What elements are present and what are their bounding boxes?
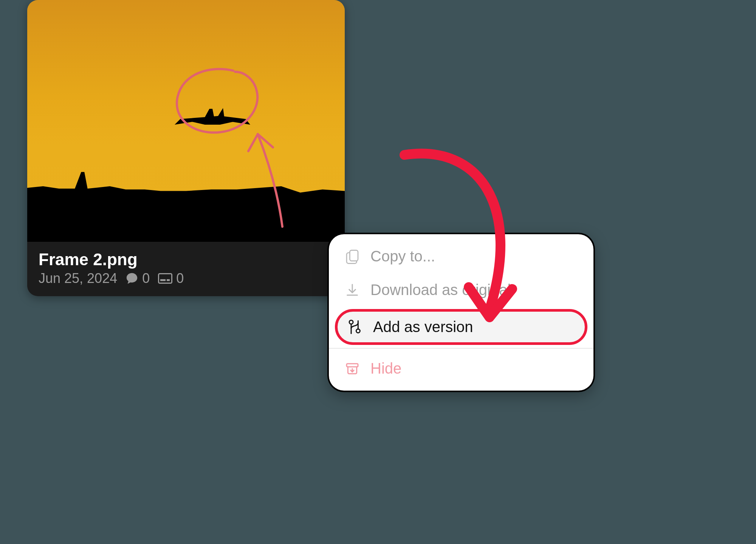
- menu-label: Hide: [370, 360, 578, 377]
- download-icon: [345, 283, 360, 298]
- menu-copy-to[interactable]: Copy to...: [329, 240, 593, 273]
- file-thumbnail[interactable]: [27, 0, 345, 242]
- svg-rect-6: [347, 363, 358, 366]
- version-icon: [347, 319, 363, 335]
- svg-rect-0: [159, 274, 172, 283]
- comment-icon: [125, 272, 138, 285]
- file-meta-row: Jun 25, 2024 0 0: [39, 270, 333, 286]
- svg-rect-1: [160, 279, 166, 281]
- file-date: Jun 25, 2024: [39, 270, 117, 286]
- clipboard-icon: [345, 248, 360, 265]
- svg-rect-3: [350, 250, 358, 261]
- menu-divider: [329, 348, 593, 349]
- svg-point-5: [356, 329, 360, 333]
- context-menu: Copy to... Download as original Add as v…: [329, 234, 593, 391]
- card-icon: [158, 273, 172, 284]
- menu-label: Download as original: [370, 281, 578, 298]
- menu-download-original[interactable]: Download as original: [329, 273, 593, 307]
- file-card[interactable]: Frame 2.png Jun 25, 2024 0: [27, 0, 345, 296]
- svg-rect-2: [167, 279, 170, 281]
- archive-icon: [345, 361, 360, 376]
- file-name: Frame 2.png: [39, 250, 333, 269]
- menu-label: Add as version: [373, 318, 575, 335]
- comment-count: 0: [125, 270, 150, 286]
- menu-hide[interactable]: Hide: [329, 352, 593, 385]
- task-count: 0: [158, 270, 184, 286]
- menu-add-as-version[interactable]: Add as version: [335, 309, 587, 345]
- file-card-footer: Frame 2.png Jun 25, 2024 0: [27, 242, 345, 296]
- airplane-silhouette: [175, 98, 250, 136]
- menu-label: Copy to...: [370, 248, 578, 265]
